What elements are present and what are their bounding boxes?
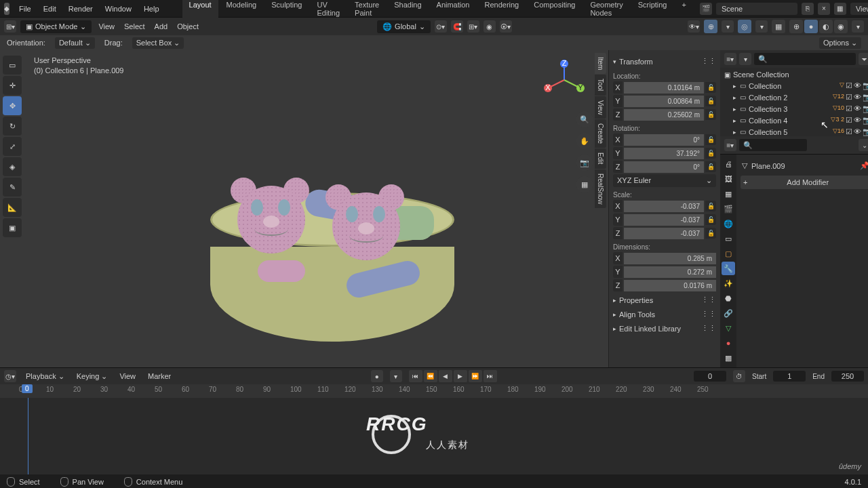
jump-end-icon[interactable]: ⏭ [484, 370, 497, 382]
sidebar-tab-realsnow[interactable]: RealSnow [595, 169, 606, 209]
location-z[interactable]: 0.25602 m [624, 109, 704, 121]
viewlayer-name-input[interactable] [850, 3, 868, 15]
scale-x[interactable]: -0.037 [624, 201, 704, 212]
drag-dropdown[interactable]: Select Box ⌄ [132, 37, 184, 49]
snap-toggle-icon[interactable]: 🧲 [451, 20, 463, 33]
scene-delete-icon[interactable]: × [818, 3, 830, 15]
lock-icon[interactable]: 🔓 [705, 201, 716, 211]
preview-range-icon[interactable]: ⏱ [733, 370, 745, 382]
pivot-point-icon[interactable]: ⊙▾ [435, 20, 447, 33]
outliner-editor-icon[interactable]: ≡▾ [724, 53, 736, 65]
xray-toggle-icon[interactable]: ▦ [772, 20, 785, 33]
options-dropdown[interactable]: Options ⌄ [819, 37, 861, 49]
ptab-render-icon[interactable]: 🖨 [722, 157, 735, 171]
object-name[interactable]: Plane.009 [751, 162, 785, 170]
blender-logo-icon[interactable]: ◆ [4, 3, 9, 15]
tab-animation[interactable]: Animation [430, 0, 477, 20]
ptab-particles-icon[interactable]: ✨ [722, 277, 735, 290]
lock-icon[interactable]: 🔓 [705, 82, 716, 93]
properties-panel-header[interactable]: ▸Properties⋮⋮ [613, 293, 716, 307]
jump-start-icon[interactable]: ⏮ [409, 370, 422, 382]
tab-modeling[interactable]: Modeling [220, 0, 264, 20]
lock-icon[interactable]: 🔓 [705, 148, 716, 159]
timeline-editor-icon[interactable]: ◷▾ [4, 370, 16, 382]
dim-y[interactable]: 0.272 m [624, 266, 716, 278]
3d-viewport[interactable]: ▭ ✛ ✥ ↻ ⤢ ◈ ✎ 📐 ▣ User Perspective (0) C… [0, 50, 720, 367]
shading-solid-icon[interactable]: ● [804, 20, 818, 33]
keyframe-next-icon[interactable]: ⏩ [469, 370, 482, 382]
rotation-z[interactable]: 0° [624, 161, 704, 173]
ptab-object-icon[interactable]: ▢ [722, 247, 735, 260]
outliner-search-input[interactable] [754, 53, 856, 65]
pan-icon[interactable]: ✋ [576, 133, 593, 149]
menu-playback[interactable]: Playback ⌄ [23, 371, 67, 382]
autokey-icon[interactable]: ● [371, 370, 383, 382]
render-toggle-icon[interactable]: 📷 [863, 104, 868, 113]
gizmo-toggle-icon[interactable]: ⊕ [704, 20, 717, 33]
lock-icon[interactable]: 🔓 [705, 214, 716, 225]
outliner-scene-collection[interactable]: ▣ Scene Collection [720, 69, 868, 80]
tool-select-box[interactable]: ▭ [3, 56, 22, 75]
ptab-material-icon[interactable]: ● [722, 336, 735, 350]
tab-rendering[interactable]: Rendering [477, 0, 526, 20]
properties-search-input[interactable] [739, 139, 807, 151]
ptab-collection-icon[interactable]: ▭ [722, 232, 735, 245]
ptab-modifiers-icon[interactable]: 🔧 [722, 262, 735, 275]
eye-icon[interactable]: 👁 [854, 104, 861, 113]
menu-edit[interactable]: Edit [41, 3, 59, 14]
start-frame-input[interactable]: 1 [773, 371, 806, 382]
ptab-viewlayer-icon[interactable]: ▦ [722, 187, 735, 201]
outliner-collection-row[interactable]: ▸ ▭ Collection 3 ▽10 ☑ 👁 📷 [720, 103, 868, 115]
overlay-toggle-icon[interactable]: ◎ [738, 20, 751, 33]
tool-measure[interactable]: 📐 [3, 198, 22, 217]
outliner-display-icon[interactable]: ▾ [739, 53, 751, 65]
zoom-icon[interactable]: 🔍 [576, 111, 593, 127]
end-frame-input[interactable]: 250 [831, 371, 864, 382]
menu-view[interactable]: View [96, 21, 117, 32]
options-icon[interactable]: ⌄ [859, 139, 868, 151]
eye-icon[interactable]: 👁 [854, 116, 861, 125]
tool-add-cube[interactable]: ▣ [3, 218, 22, 237]
sidebar-tab-item[interactable]: Item [595, 53, 606, 74]
tab-texture-paint[interactable]: Texture Paint [348, 0, 386, 20]
camera-view-icon[interactable]: 📷 [576, 155, 593, 171]
gizmo-options-icon[interactable]: ▾ [722, 20, 734, 33]
rotation-y[interactable]: 37.192° [624, 148, 704, 159]
tab-compositing[interactable]: Compositing [527, 0, 582, 20]
exclude-checkbox-icon[interactable]: ☑ [846, 116, 852, 125]
transform-panel-header[interactable]: ▾Transform⋮⋮ [613, 54, 716, 68]
ptab-data-icon[interactable]: ▽ [722, 321, 735, 335]
sidebar-tab-edit[interactable]: Edit [595, 148, 606, 168]
exclude-checkbox-icon[interactable]: ☑ [846, 81, 852, 90]
playhead[interactable]: 0 [22, 398, 34, 474]
proportional-edit-icon[interactable]: ◉ [484, 20, 496, 33]
editor-type-icon[interactable]: ⊞▾ [4, 20, 16, 33]
scene-name-input[interactable] [716, 3, 797, 15]
mode-select[interactable]: ▣ Object Mode ⌄ [20, 20, 92, 33]
menu-file[interactable]: File [16, 3, 34, 14]
lock-icon[interactable]: 🔓 [705, 134, 716, 145]
dim-z[interactable]: 0.0176 m [624, 280, 716, 291]
exclude-checkbox-icon[interactable]: ☑ [846, 127, 852, 136]
menu-help[interactable]: Help [141, 3, 162, 14]
tool-rotate[interactable]: ↻ [3, 117, 22, 136]
orientation-dropdown[interactable]: Default ⌄ [55, 37, 95, 49]
outliner-collection-row[interactable]: ▸ ▭ Collection 5 ▽16 ☑ 👁 📷 [720, 126, 868, 136]
eye-icon[interactable]: 👁 [854, 81, 861, 90]
lock-icon[interactable]: 🔓 [705, 228, 716, 239]
edit-linked-panel-header[interactable]: ▸Edit Linked Library⋮⋮ [613, 321, 716, 336]
lock-icon[interactable]: 🔓 [705, 109, 716, 120]
menu-add[interactable]: Add [152, 21, 171, 32]
sidebar-tab-view[interactable]: View [595, 96, 606, 119]
ptab-scene-icon[interactable]: 🎬 [722, 202, 735, 216]
tab-layout[interactable]: Layout [182, 0, 218, 20]
tool-scale[interactable]: ⤢ [3, 137, 22, 156]
pin-icon[interactable]: 📌 [860, 161, 868, 170]
tab-geometry-nodes[interactable]: Geometry Nodes [583, 0, 629, 20]
outliner-collection-row[interactable]: ▸ ▭ Collection ▽ ☑ 👁 📷 [720, 80, 868, 92]
ptab-texture-icon[interactable]: ▩ [722, 351, 735, 365]
render-toggle-icon[interactable]: 📷 [863, 127, 868, 136]
tool-cursor[interactable]: ✛ [3, 76, 22, 95]
render-toggle-icon[interactable]: 📷 [863, 81, 868, 90]
location-y[interactable]: 0.00864 m [624, 96, 704, 107]
